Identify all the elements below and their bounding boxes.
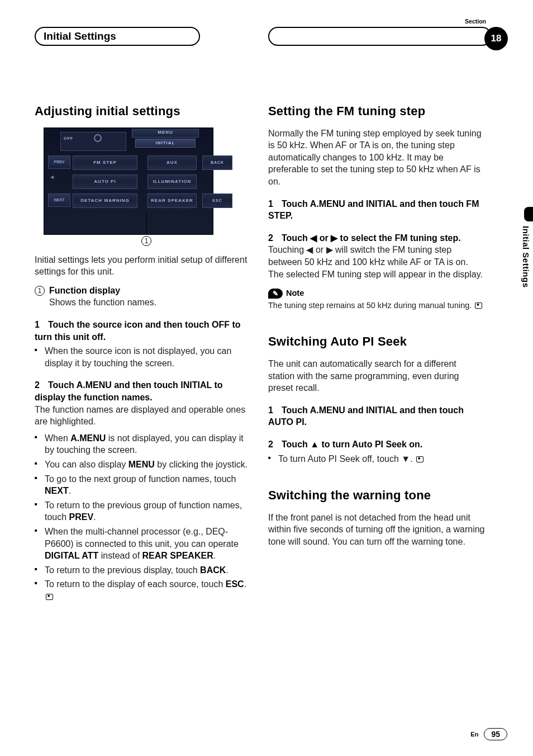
callout-line	[146, 212, 147, 235]
heading-warning-tone: Switching the warning tone	[268, 487, 485, 504]
callout-label-num: 1	[35, 286, 45, 296]
ss-next: NEXT	[48, 193, 70, 207]
chapter-pill: Initial Settings	[35, 27, 200, 46]
header-pill-right: 18	[268, 27, 492, 46]
heading-fm-step: Setting the FM tuning step	[268, 103, 485, 120]
step2-bullet-6: To return to the previous display, touch…	[35, 564, 251, 577]
ss-illumination: ILLUMINATION	[147, 174, 197, 189]
end-mark-icon	[416, 456, 423, 462]
heading-auto-pi: Switching Auto PI Seek	[268, 333, 485, 350]
fm-step-desc: Normally the FM tuning step employed by …	[268, 127, 485, 188]
right-column: Setting the FM tuning step Normally the …	[268, 103, 485, 603]
footer-lang: En	[470, 731, 478, 738]
side-tab: Initial Settings	[516, 207, 533, 319]
ss-auto-pi: AUTO PI	[73, 174, 137, 189]
step1-bullet-1: When the source icon is not displayed, y…	[35, 345, 251, 369]
note-block: Note The tuning step remains at 50 kHz d…	[268, 288, 485, 311]
side-tab-text: Initial Settings	[521, 226, 531, 288]
ss-prev: PREV	[48, 155, 70, 169]
step2-bullet-2: You can also display MENU by clicking th…	[35, 459, 251, 471]
chapter-title: Initial Settings	[44, 30, 116, 42]
ss-aux: AUX	[147, 155, 197, 170]
callout-number-1: 1	[141, 236, 151, 246]
fm-step2-desc: Touching ◀ or ▶ will switch the FM tunin…	[268, 244, 485, 280]
step2-desc: The function names are displayed and ope…	[35, 404, 251, 428]
left-column: Adjusting initial settings OFF MENU INIT…	[35, 103, 251, 603]
note-text: The tuning step remains at 50 kHz during…	[268, 300, 485, 311]
gear-icon	[94, 134, 102, 142]
step1-head: 1Touch the source icon and then touch OF…	[35, 319, 251, 343]
section-number-badge: 18	[484, 27, 508, 50]
end-mark-icon	[46, 594, 53, 600]
step2-bullet-1: When A.MENU is not displayed, you can di…	[35, 432, 251, 456]
ui-screenshot: OFF MENU INITIAL PREV FM STEP AUX BACK ◀…	[44, 127, 213, 235]
ss-back: BACK	[202, 155, 232, 170]
ss-detach: DETACH WARNING	[73, 193, 137, 208]
auto-pi-desc: The unit can automatically search for a …	[268, 358, 485, 394]
ss-initial: INITIAL	[135, 139, 196, 148]
autopi-step2-head: 2Touch ▲ to turn Auto PI Seek on.	[268, 438, 485, 451]
callout-desc: Shows the function names.	[49, 296, 156, 309]
note-icon	[268, 289, 283, 299]
fm-step1-head: 1Touch A.MENU and INITIAL and then touch…	[268, 198, 485, 222]
ss-esc: ESC	[202, 193, 232, 208]
footer-page-number: 95	[484, 728, 507, 740]
autopi-step2-bullet: To turn Auto PI Seek off, touch ▼.	[268, 453, 485, 465]
warning-tone-desc: If the front panel is not detached from …	[268, 512, 485, 548]
heading-adjusting: Adjusting initial settings	[35, 103, 251, 120]
side-tab-stub	[524, 207, 533, 221]
step2-bullet-7: To return to the display of each source,…	[35, 578, 251, 602]
ss-off-label: OFF	[64, 136, 73, 140]
page-footer: En 95	[470, 728, 507, 740]
ss-rear-speaker: REAR SPEAKER	[147, 193, 197, 208]
section-label: Section	[465, 18, 486, 25]
page-header: Section Initial Settings 18	[35, 18, 504, 49]
callout-label: Function display	[49, 285, 156, 297]
step2-bullet-4: To return to the previous group of funct…	[35, 499, 251, 523]
autopi-step1-head: 1Touch A.MENU and INITIAL and then touch…	[268, 404, 485, 428]
lead-text: Initial settings lets you perform initia…	[35, 254, 251, 278]
fm-step2-head: 2Touch ◀ or ▶ to select the FM tuning st…	[268, 232, 485, 244]
step2-bullet-5: When the multi-channel processor (e.g., …	[35, 526, 251, 562]
step2-bullet-3: To go to the next group of function name…	[35, 473, 251, 497]
step2-head: 2Touch A.MENU and then touch INITIAL to …	[35, 379, 251, 403]
ss-fm-step: FM STEP	[73, 155, 137, 170]
end-mark-icon	[475, 303, 482, 309]
ss-menu: MENU	[132, 129, 199, 138]
note-label: Note	[286, 288, 304, 299]
